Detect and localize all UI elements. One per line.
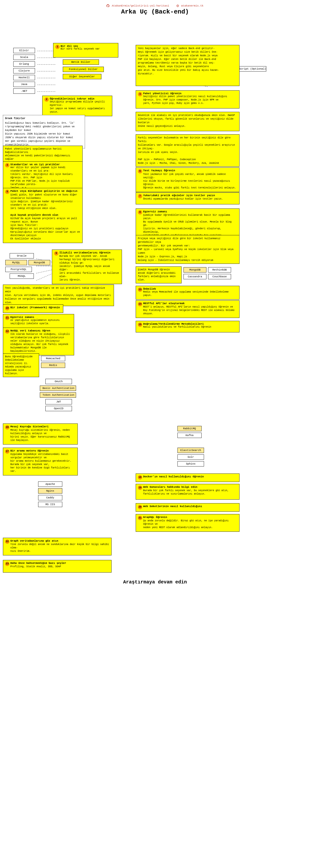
security-box: Güvenlik ile alakalı en iyi pratikleri o… — [136, 112, 240, 131]
box12-body: İlk olarak bunların ne olduğunu, ilişkil… — [10, 333, 72, 353]
rabbitmq-box: RabbitMQ — [177, 426, 202, 431]
cache-note-text: Bunu öğrendiğinizde önbellekeleme strate… — [5, 355, 37, 375]
box1-title: Bir dil seç — [61, 45, 100, 48]
box17-body: Uygulama büyüdükçe veritabanındaki basit… — [10, 453, 76, 473]
box2-review: 2 Öğrendiklerinizi tekrar edin Seçtiğini… — [42, 96, 112, 116]
token-auth-box: Token Authentication — [40, 392, 76, 398]
box11-title: Egzersiz zamanı — [10, 316, 72, 319]
num-12: 12 — [5, 329, 9, 334]
box18-title: Docker'ın nasıl kullanıldığını öğrenin — [143, 475, 204, 478]
db-test-note: Test yazıldığında, standartları ve en iy… — [3, 285, 114, 306]
cassandra-box: Cassandra — [183, 274, 206, 279]
box3-pkg-mgr: 3 Paket yöneticisi öğrenin Seçtiğiniz di… — [136, 90, 240, 108]
box1-choose-lang: 1 Bir dil seç Bir sürü farklı seçenek va… — [53, 43, 118, 58]
mongodb-box-left: MongoDB — [29, 260, 50, 265]
redis-box: Redis — [41, 363, 65, 368]
pkg-mgr-note: Paket yöneticileri uygulamanızın harici … — [3, 146, 82, 163]
box5-package-dev: 5 Paket veya Kütüphane geliştirin ve dağ… — [3, 188, 82, 243]
box10-framework: 10 Bir iskelet (Framework) öğrenin — [3, 304, 63, 313]
box14-restful: 14 RESTful API'lar oluşturmak REST'i anl… — [136, 300, 240, 318]
msiis-box: MS IIS — [38, 502, 62, 507]
github-link-text: AtakanErmis/gelistirici-yol-haritasi — [112, 4, 169, 7]
haskell-box: Haskell — [13, 75, 35, 80]
num-15: 15 — [138, 322, 142, 327]
num-3: 3 — [138, 92, 142, 96]
oracle-box: Oracle — [10, 253, 34, 258]
framework-info-box: Projeye veya seçtiğiniz dile göre bir is… — [136, 235, 240, 264]
couchbase-box: Couchbase — [208, 274, 231, 279]
erlang-box: Erlang — [13, 61, 35, 67]
rethinkdb-box: RethinkDB — [208, 267, 231, 273]
nosql-learn-box: Şimdik MongoDB öğrenin ancak diğerleri a… — [136, 267, 181, 283]
example-item1: Kullandığınız bazı komutları kodlayın. ö… — [5, 121, 83, 125]
website-link[interactable]: atakanermis.tk — [176, 4, 204, 7]
num-4: 4 — [5, 163, 9, 167]
box7-body: Önceki aşamalarda yazdığınız kodlar için… — [143, 197, 223, 201]
num-6: 6 — [138, 169, 142, 174]
num-10: 10 — [5, 306, 9, 310]
box9-body: Burada bir çok seçenek var. Ancak herhan… — [59, 255, 120, 282]
jwt-box: JWT — [45, 399, 72, 404]
num-17: 17 — [5, 450, 9, 454]
box2-title: Öğrendiklerinizi tekrar edin — [50, 97, 110, 100]
num-9: 9 — [54, 251, 59, 256]
elasticsearch-box: ElasticSearch — [177, 448, 204, 453]
box19-title: Web Sunucuları hakkında bilgi edin — [143, 486, 229, 489]
box15-body: Nasıl yazıldıklarını ve farklılıklarını … — [143, 326, 211, 329]
num-22: 22 — [5, 539, 9, 544]
box15-auth: 15 Doğrulama/Yetkilendirme Metodolojiler… — [136, 321, 240, 333]
box22-graph-db: 22 Graph veritabanlarına göz atın Yine z… — [3, 538, 111, 555]
github-link[interactable]: AtakanErmis/gelistirici-yol-haritasi — [106, 4, 169, 7]
box21-body: Şu anda zorunlu değildir. Biraz göz atın… — [143, 519, 237, 529]
betik-diller-box: Betik Diller — [63, 59, 99, 65]
num-13: 13 — [138, 287, 142, 292]
num-1: 1 — [55, 45, 60, 49]
num-14: 14 — [138, 302, 142, 306]
box20-title: Web Soketlerinin nasıl kullanıldığını — [143, 505, 202, 508]
example-item2: r/programming'deki reddit gönderilerini … — [5, 125, 83, 132]
box12-nosql: 12 NoSQL veri tabanını öğren İlk olarak … — [3, 328, 74, 355]
solr-box: Solr — [177, 455, 204, 460]
box12-title: NoSQL veri tabanını öğren — [10, 329, 72, 332]
db-test-note-text: Test yazıldığında, standartları ve en iy… — [5, 286, 112, 304]
box13-body: Redis veya Memcached ile uygulama seviye… — [143, 290, 237, 297]
example-title: Örnek fikirler — [5, 117, 83, 120]
box4-standards: 4 Standartlar ve en iyi pratikler Her di… — [3, 161, 82, 192]
nosql-learn-text: Şimdik MongoDB öğrenin ancak diğerleri a… — [138, 268, 179, 282]
box13-title: Önbellek — [143, 287, 237, 290]
box21-title: GraphQL Öğrenin — [143, 516, 237, 519]
java-box: Java — [13, 82, 35, 87]
box21-graphql: 21 GraphQL Öğrenin Şu anda zorunlu değil… — [136, 514, 240, 532]
num-2: 2 — [44, 97, 49, 102]
security-text: Güvenlik ile alakalı en iyi pratikleri o… — [138, 114, 237, 128]
box9-title: İlişkili veritabanlarını öğrenin — [59, 251, 120, 254]
cache-note: Bunu öğrendiğinizde önbellekeleme strate… — [3, 353, 39, 377]
elixir-box: Elixir — [13, 48, 35, 53]
box14-title: RESTful API'lar oluşturmak — [143, 302, 237, 305]
box17-search-engine: 17 Bir arama motoru öğrenin Uygulama büy… — [3, 448, 78, 475]
new-starters-box: Yeni başlayanlar için, eğer sadece Back-… — [136, 45, 240, 86]
box3-body: Seçtiğiniz dilin paket yöneticilerini na… — [143, 95, 227, 105]
box17-title: Bir arama motoru öğrenin — [10, 450, 76, 452]
num-16: 16 — [5, 425, 9, 430]
num-23: 23 — [5, 562, 9, 566]
website-link-text: atakanermis.tk — [181, 4, 203, 7]
num-20: 20 — [138, 505, 142, 509]
example-item4: JSON'u okuyarak dizin yapısı oluturan bi… — [5, 136, 83, 140]
dotnet-box: .NET — [13, 88, 35, 94]
box5-title: Paket veya Kütüphane geliştirin ve dağıt… — [10, 190, 80, 192]
box22-body: Yine zorunlu değil ancak ne sunduklarına… — [10, 543, 109, 553]
num-18: 18 — [138, 475, 142, 479]
box7-write-tests: 7 Yukarıdaki pratik eğsimler için testle… — [136, 192, 240, 205]
diger-box: Diğer Seçenekler — [63, 74, 101, 79]
box23-misc: 23 Daha önce bahsetmediğim bazı şeyler P… — [3, 560, 111, 572]
oauth-box: OAuth — [45, 379, 72, 384]
box16-body: Mesaj kuyruğu sistemlerini öğrenin, nede… — [10, 429, 76, 442]
clojure-box: Clojure — [13, 68, 35, 73]
memcached-box: Memcached — [41, 356, 65, 361]
mongodb-box-right: MongoDB — [183, 267, 206, 273]
diff-options-text: Farklı seçenekler bulunmakta ve her biri… — [138, 136, 237, 165]
apache-box: Apache — [38, 482, 62, 487]
box20-websockets: 20 Web Soketlerinin nasıl kullanıldığını — [136, 503, 240, 512]
box22-title: Graph veritabanlarına göz atın — [10, 539, 109, 542]
